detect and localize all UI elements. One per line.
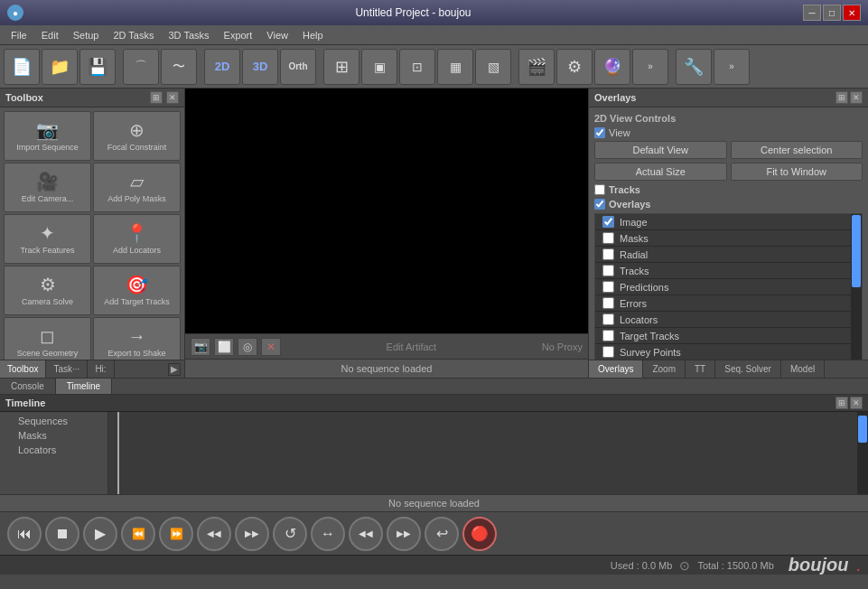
view-checkbox[interactable]	[594, 127, 605, 138]
menu-help[interactable]: Help	[295, 28, 331, 42]
open-button[interactable]: 📁	[42, 49, 78, 85]
tool-scene-geometry[interactable]: ◻ Scene Geometry	[4, 317, 91, 360]
toolbox-expand-button[interactable]: ▶	[168, 363, 181, 376]
overlay-errors-checkbox[interactable]	[602, 297, 614, 309]
tool-add-target-tracks[interactable]: 🎯 Add Target Tracks	[93, 266, 181, 315]
arc1-button[interactable]: ⌒	[123, 49, 159, 85]
fit-to-window-button[interactable]: Fit to Window	[731, 163, 863, 181]
anim3-button[interactable]: 🔮	[594, 49, 630, 85]
bounce-button[interactable]: ↔	[311, 517, 345, 551]
menu-setup[interactable]: Setup	[66, 28, 107, 42]
stop-button[interactable]: ⏹	[45, 517, 79, 551]
overlay-locators-checkbox[interactable]	[602, 313, 614, 325]
prev-frame-button[interactable]: ⏪	[121, 517, 155, 551]
vp1-button[interactable]: ▣	[361, 49, 397, 85]
actual-size-button[interactable]: Actual Size	[594, 163, 727, 181]
vp-delete-button[interactable]: ✕	[261, 338, 281, 356]
record-button[interactable]: 🔴	[462, 517, 497, 551]
arc2-button[interactable]: 〜	[161, 49, 197, 85]
viewport[interactable]	[185, 89, 588, 333]
loop-button[interactable]: ↺	[273, 517, 307, 551]
tracks-checkbox[interactable]	[594, 184, 605, 195]
vp-overlay-button[interactable]: ◎	[238, 338, 257, 356]
overlay-item-target-tracks[interactable]: Target Tracks	[595, 328, 862, 344]
save-button[interactable]: 💾	[79, 49, 116, 85]
tab-timeline[interactable]: Timeline	[56, 379, 112, 394]
2d-button[interactable]: 2D	[204, 49, 240, 85]
overlay-item-locators[interactable]: Locators	[595, 312, 862, 328]
tab-toolbox[interactable]: Toolbox	[0, 360, 46, 378]
tab-history[interactable]: Hi:	[88, 360, 114, 378]
overlay-item-masks[interactable]: Masks	[595, 230, 862, 247]
anim2-button[interactable]: ⚙	[556, 49, 593, 85]
next-key-button[interactable]: ▶▶	[235, 517, 269, 551]
tool-add-locators[interactable]: 📍 Add Locators	[93, 214, 181, 264]
prev-key-button[interactable]: ◀◀	[197, 517, 231, 551]
tool-export-shake[interactable]: → Export to Shake	[93, 317, 181, 360]
vp4-button[interactable]: ▧	[475, 49, 511, 85]
timeline-float-button[interactable]: ⊞	[835, 397, 848, 409]
default-view-button[interactable]: Default View	[594, 141, 727, 159]
anim1-button[interactable]: 🎬	[518, 49, 555, 85]
overlay-target-tracks-checkbox[interactable]	[602, 330, 614, 341]
tool-track-features[interactable]: ✦ Track Features	[4, 214, 91, 264]
overlay-survey-points-checkbox[interactable]	[602, 346, 614, 358]
next-section-button[interactable]: ▶▶	[387, 517, 421, 551]
tab-zoom[interactable]: Zoom	[643, 360, 686, 378]
tool-add-poly-masks[interactable]: ▱ Add Poly Masks	[93, 163, 181, 212]
overlay-predictions-checkbox[interactable]	[602, 281, 614, 293]
tab-overlays[interactable]: Overlays	[589, 360, 643, 378]
extra1-button[interactable]: 🔧	[676, 49, 712, 85]
tab-console[interactable]: Console	[0, 379, 56, 394]
overlay-item-radial[interactable]: Radial	[595, 247, 862, 263]
overlay-item-survey-points[interactable]: Survey Points	[595, 344, 862, 360]
next-frame-button[interactable]: ⏩	[159, 517, 193, 551]
menu-3dtasks[interactable]: 3D Tasks	[162, 28, 217, 42]
prev-section-button[interactable]: ◀◀	[349, 517, 383, 551]
tab-seq-solver[interactable]: Seq. Solver	[715, 360, 781, 378]
center-selection-button[interactable]: Center selection	[731, 141, 863, 159]
timeline-close-button[interactable]: ✕	[850, 397, 863, 409]
menu-edit[interactable]: Edit	[34, 28, 66, 42]
overlay-item-errors[interactable]: Errors	[595, 295, 862, 312]
maximize-button[interactable]: □	[823, 5, 841, 21]
tab-tt[interactable]: TT	[686, 360, 715, 378]
vp-frame-button[interactable]: ⬜	[214, 338, 234, 356]
overlays-section-checkbox[interactable]	[594, 199, 605, 210]
play-button[interactable]: ▶	[83, 517, 117, 551]
grid-button[interactable]: ⊞	[323, 49, 359, 85]
vp2-button[interactable]: ⊡	[399, 49, 435, 85]
timeline-scrubber[interactable]	[117, 412, 119, 494]
overlay-item-predictions[interactable]: Predictions	[595, 279, 862, 295]
overlay-image-checkbox[interactable]	[602, 216, 614, 228]
vp-camera-button[interactable]: 📷	[191, 338, 210, 356]
rewind-all-button[interactable]: ⏮	[7, 517, 42, 551]
undo-button[interactable]: ↩	[425, 517, 459, 551]
overlay-masks-checkbox[interactable]	[602, 232, 614, 244]
timeline-track[interactable]	[108, 412, 868, 494]
tool-edit-camera[interactable]: 🎥 Edit Camera...	[4, 163, 91, 212]
overlay-item-image[interactable]: Image	[595, 214, 862, 230]
menu-file[interactable]: File	[4, 28, 34, 42]
overlay-radial-checkbox[interactable]	[602, 248, 614, 260]
new-button[interactable]: 📄	[4, 49, 40, 85]
menu-view[interactable]: View	[259, 28, 295, 42]
tool-focal-constraint[interactable]: ⊕ Focal Constraint	[93, 111, 181, 161]
overlay-item-tracks[interactable]: Tracks	[595, 263, 862, 279]
menu-2dtasks[interactable]: 2D Tasks	[106, 28, 161, 42]
tool-camera-solve[interactable]: ⚙ Camera Solve	[4, 266, 91, 315]
tab-model[interactable]: Model	[781, 360, 825, 378]
menu-export[interactable]: Export	[217, 28, 260, 42]
overlays-float-button[interactable]: ⊞	[835, 91, 848, 104]
overlays-list-scrollbar[interactable]	[851, 214, 862, 360]
minimize-button[interactable]: ─	[803, 5, 821, 21]
3d-button[interactable]: 3D	[242, 49, 278, 85]
vp3-button[interactable]: ▦	[437, 49, 473, 85]
toolbox-close-button[interactable]: ✕	[166, 91, 179, 104]
tab-tasks[interactable]: Task···	[46, 360, 88, 378]
overlays-close-button[interactable]: ✕	[850, 91, 863, 104]
timeline-scrollbar[interactable]	[857, 412, 868, 494]
more2-button[interactable]: »	[714, 49, 750, 85]
orth-button[interactable]: Orth	[280, 49, 316, 85]
overlay-tracks-checkbox[interactable]	[602, 265, 614, 276]
